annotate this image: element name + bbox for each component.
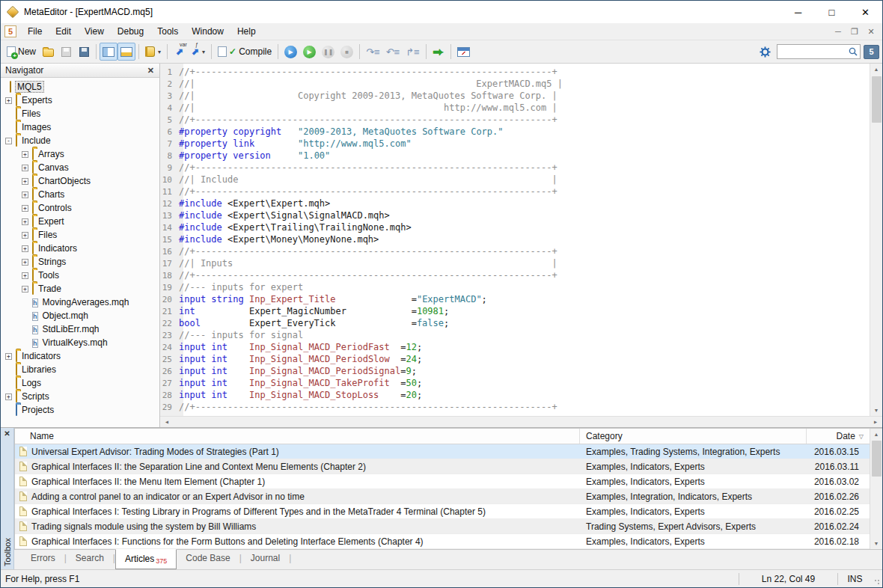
article-row[interactable]: Graphical Interfaces II: the Menu Item E… xyxy=(15,474,870,489)
code-line[interactable]: 4//| http://www.mql5.com | xyxy=(160,102,870,114)
expand-icon[interactable]: + xyxy=(22,272,28,279)
settings-button[interactable] xyxy=(756,43,774,61)
menu-item-view[interactable]: View xyxy=(78,24,111,39)
tree-item-virtualkeys-mqh[interactable]: hVirtualKeys.mqh xyxy=(1,336,159,349)
menu-item-tools[interactable]: Tools xyxy=(150,24,185,39)
tree-item-controls[interactable]: +Controls xyxy=(1,201,159,215)
code-line[interactable]: 8#property version "1.00" xyxy=(160,150,870,162)
scroll-down-icon[interactable]: ▼ xyxy=(870,538,883,549)
tree-item-stdliberr-mqh[interactable]: hStdLibErr.mqh xyxy=(1,322,159,336)
menu-item-window[interactable]: Window xyxy=(185,24,230,39)
step-out-button[interactable]: ↱≡ xyxy=(403,43,422,61)
collapse-icon[interactable]: - xyxy=(5,138,12,144)
tree-item-indicators[interactable]: +Indicators xyxy=(1,349,159,363)
tree-item-trade[interactable]: +Trade xyxy=(1,282,159,295)
close-button[interactable]: ✕ xyxy=(849,1,882,23)
code-line[interactable]: 12#include <Expert\Expert.mqh> xyxy=(160,197,870,209)
expand-icon[interactable]: + xyxy=(22,178,28,185)
start-debug-button[interactable]: ▶ xyxy=(300,43,319,61)
expand-icon[interactable]: + xyxy=(22,151,28,158)
code-line[interactable]: 18//+-----------------------------------… xyxy=(160,269,870,281)
step-into-button[interactable]: ↷≡ xyxy=(363,43,382,61)
code-line[interactable]: 13#include <Expert\Signal\SignalMACD.mqh… xyxy=(160,209,870,221)
code-line[interactable]: 5//+------------------------------------… xyxy=(160,114,870,126)
styler-button[interactable]: ▾ xyxy=(142,43,164,61)
expand-icon[interactable]: + xyxy=(5,393,12,400)
article-row[interactable]: Graphical Interfaces II: the Separation … xyxy=(15,459,870,474)
code-line[interactable]: 14#include <Expert\Trailing\TrailingNone… xyxy=(160,221,870,233)
code-line[interactable]: 17//| Inputs | xyxy=(160,257,870,269)
code-line[interactable]: 16//+-----------------------------------… xyxy=(160,245,870,257)
scroll-down-icon[interactable]: ▼ xyxy=(870,405,883,416)
tree-item-files[interactable]: +Files xyxy=(1,228,159,242)
scroll-up-icon[interactable]: ▲ xyxy=(870,64,883,75)
expand-icon[interactable]: + xyxy=(22,192,28,198)
stop-debug-button[interactable]: ■ xyxy=(337,43,356,61)
code-line[interactable]: 27input int Inp_Signal_MACD_TakeProfit =… xyxy=(160,377,870,389)
navigator-close-icon[interactable]: ✕ xyxy=(145,66,156,76)
tree-item-files[interactable]: Files xyxy=(1,107,159,120)
article-row[interactable]: Trading signals module using the system … xyxy=(15,519,870,534)
tree-item-object-mqh[interactable]: hObject.mqh xyxy=(1,309,159,322)
tree-item-logs[interactable]: Logs xyxy=(1,376,159,390)
toolbox-close-icon[interactable]: ✕ xyxy=(4,429,10,438)
tree-item-libraries[interactable]: Libraries xyxy=(1,363,159,376)
tab-search[interactable]: Search xyxy=(67,550,113,567)
tree-item-projects[interactable]: Projects xyxy=(1,403,159,417)
minimize-button[interactable]: ─ xyxy=(781,1,815,23)
expand-icon[interactable]: + xyxy=(22,165,28,171)
articles-vertical-scrollbar[interactable]: ▲ ▼ xyxy=(870,429,882,549)
code-line[interactable]: 6#property copyright "2009-2013, MetaQuo… xyxy=(160,126,870,138)
tree-item-expert[interactable]: +Expert xyxy=(1,215,159,228)
tree-item-indicators[interactable]: +Indicators xyxy=(1,242,159,255)
tree-item-mql5[interactable]: MQL5 xyxy=(1,80,159,94)
menu-item-debug[interactable]: Debug xyxy=(111,24,150,39)
toggle-toolbox-button[interactable] xyxy=(117,43,135,61)
step-over-button[interactable]: ↶≡ xyxy=(383,43,403,61)
mdi-restore-button[interactable]: ❐ xyxy=(846,25,863,38)
open-button[interactable] xyxy=(39,43,57,61)
article-row[interactable]: Adding a control panel to an indicator o… xyxy=(15,489,870,504)
scroll-right-icon[interactable]: ▲ xyxy=(870,416,882,429)
code-line[interactable]: 29//+-----------------------------------… xyxy=(160,401,870,413)
expand-icon[interactable]: + xyxy=(22,259,28,266)
search-input[interactable] xyxy=(777,46,848,58)
menu-item-file[interactable]: File xyxy=(21,24,49,39)
menu-item-edit[interactable]: Edit xyxy=(49,24,78,39)
new-button[interactable]: + New xyxy=(4,43,39,61)
goto-variable-button[interactable]: var⬈ xyxy=(171,43,189,61)
tree-item-scripts[interactable]: +Scripts xyxy=(1,390,159,403)
tree-item-chartobjects[interactable]: +ChartObjects xyxy=(1,174,159,188)
code-line[interactable]: 15#include <Expert\Money\MoneyNone.mqh> xyxy=(160,233,870,245)
mdi-close-button[interactable]: ✕ xyxy=(863,25,879,38)
code-line[interactable]: 7#property link "http://www.mql5.com" xyxy=(160,138,870,150)
expand-icon[interactable]: + xyxy=(5,353,12,360)
mql5-community-button[interactable]: 5 xyxy=(864,45,879,59)
column-header-date[interactable]: Date▽ xyxy=(807,429,870,444)
tree-item-strings[interactable]: +Strings xyxy=(1,255,159,269)
code-line[interactable]: 10//| Include | xyxy=(160,174,870,186)
tree-item-arrays[interactable]: +Arrays xyxy=(1,147,159,161)
code-line[interactable]: 21int Expert_MagicNumber =10981; xyxy=(160,305,870,317)
tree-item-include[interactable]: -Include xyxy=(1,134,159,147)
pause-debug-button[interactable]: ❚❚ xyxy=(319,43,337,61)
maximize-button[interactable]: □ xyxy=(815,1,849,23)
toggle-navigator-button[interactable] xyxy=(100,43,117,61)
expand-icon[interactable]: + xyxy=(22,286,28,293)
tree-item-movingaverages-mqh[interactable]: hMovingAverages.mqh xyxy=(1,295,159,309)
menu-item-help[interactable]: Help xyxy=(230,24,263,39)
expand-icon[interactable]: + xyxy=(22,245,28,252)
code-line[interactable]: 2//| ExpertMACD.mq5 | xyxy=(160,78,870,90)
column-header-name[interactable]: Name xyxy=(15,429,580,444)
editor-horizontal-scrollbar[interactable]: ▲ ▲ xyxy=(160,416,882,427)
code-line[interactable]: 20input string Inp_Expert_Title ="Expert… xyxy=(160,293,870,305)
tree-item-tools[interactable]: +Tools xyxy=(1,269,159,282)
tree-item-images[interactable]: Images xyxy=(1,120,159,134)
save-all-button[interactable] xyxy=(75,43,93,61)
compile-button[interactable]: ✓ Compile xyxy=(215,43,275,61)
mdi-minimize-button[interactable]: ─ xyxy=(830,25,846,38)
scroll-thumb[interactable] xyxy=(872,441,882,477)
save-button[interactable] xyxy=(57,43,75,61)
scroll-thumb[interactable] xyxy=(872,76,882,123)
code-line[interactable]: 22bool Expert_EveryTick =false; xyxy=(160,317,870,329)
